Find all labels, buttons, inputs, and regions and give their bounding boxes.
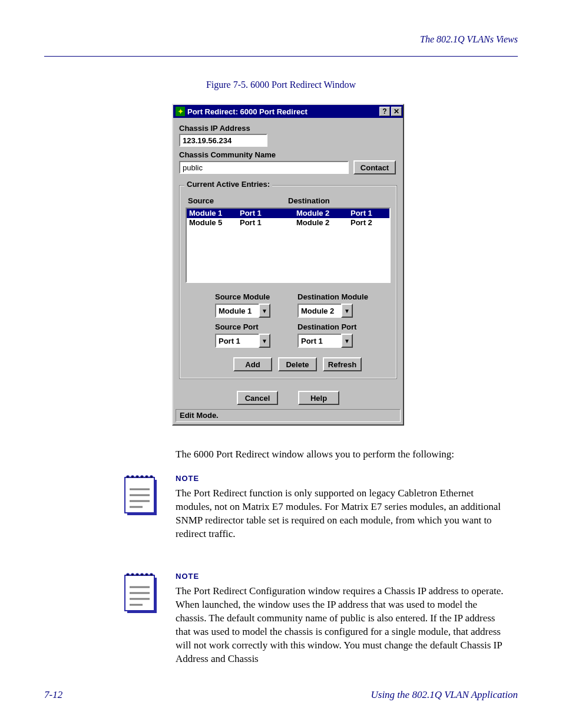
app-icon: ✦ [176,107,185,116]
cancel-button[interactable]: Cancel [237,391,278,405]
figure-title: 6000 Port Redirect Window [250,80,356,90]
source-port-label: Source Port [215,322,297,331]
community-name-input[interactable] [179,161,349,174]
note-label: NOTE [176,474,199,483]
port-redirect-dialog: ✦ Port Redirect: 6000 Port Redirect ? ✕ … [172,104,404,426]
list-cell: Port 1 [240,218,296,228]
entries-listbox[interactable]: Module 1Port 1Module 2Port 1Module 5Port… [186,207,391,283]
destination-column-header: Destination [288,196,388,205]
note-2-body: The Port Redirect Configuration window r… [176,585,506,666]
community-name-label: Chassis Community Name [179,150,397,159]
note-label: NOTE [176,572,199,581]
source-port-dropdown[interactable]: Port 1 ▼ [215,334,270,348]
chevron-down-icon[interactable]: ▼ [259,334,270,348]
chevron-down-icon[interactable]: ▼ [341,304,353,318]
help-button[interactable]: Help [298,391,339,405]
source-column-header: Source [188,196,288,205]
note-1-body: The Port Redirect function is only suppo… [176,487,506,541]
notepad-icon [123,472,159,516]
list-cell: Port 1 [351,209,387,218]
header-rule [44,56,518,57]
notepad-icon [123,569,159,614]
footer-doc-title: Using the 802.1Q VLAN Application [371,689,518,701]
add-button[interactable]: Add [233,357,272,371]
paragraph-intro: The 6000 Port Redirect window allows you… [176,448,506,462]
list-cell: Module 5 [189,218,240,228]
ip-address-label: Chassis IP Address [179,124,397,133]
destination-module-dropdown[interactable]: Module 2 ▼ [297,304,353,318]
close-icon[interactable]: ✕ [391,107,402,116]
active-entries-group: Current Active Entries: Source Destinati… [179,185,397,379]
titlebar[interactable]: ✦ Port Redirect: 6000 Port Redirect ? ✕ [173,105,403,118]
list-item[interactable]: Module 5Port 1Module 2Port 2 [187,218,389,228]
list-cell: Module 2 [296,218,351,228]
page-number: 7-12 [44,689,62,701]
delete-button[interactable]: Delete [278,357,317,371]
page-header-section: The 802.1Q VLANs Views [44,34,518,45]
destination-module-label: Destination Module [297,292,380,301]
refresh-button[interactable]: Refresh [323,357,362,371]
source-port-value: Port 1 [215,334,259,348]
list-cell: Port 1 [240,209,296,218]
list-cell: Module 2 [296,209,351,218]
destination-port-value: Port 1 [297,334,341,348]
source-module-value: Module 1 [215,304,259,318]
list-cell: Port 2 [351,218,387,228]
list-cell: Module 1 [189,209,240,218]
destination-port-label: Destination Port [297,322,380,331]
active-entries-legend: Current Active Entries: [184,180,272,189]
source-module-dropdown[interactable]: Module 1 ▼ [215,304,270,318]
help-icon[interactable]: ? [379,107,390,116]
chevron-down-icon[interactable]: ▼ [259,304,270,318]
figure-label: Figure 7-5. [206,80,248,90]
contact-button[interactable]: Contact [353,160,396,174]
destination-port-dropdown[interactable]: Port 1 ▼ [297,334,353,348]
window-title: Port Redirect: 6000 Port Redirect [187,107,378,116]
destination-module-value: Module 2 [297,304,341,318]
ip-address-input[interactable] [179,134,267,147]
figure-caption: Figure 7-5. 6000 Port Redirect Window [0,80,562,90]
status-bar: Edit Mode. [176,409,401,422]
list-item[interactable]: Module 1Port 1Module 2Port 1 [187,209,389,218]
chevron-down-icon[interactable]: ▼ [341,334,353,348]
source-module-label: Source Module [215,292,297,301]
